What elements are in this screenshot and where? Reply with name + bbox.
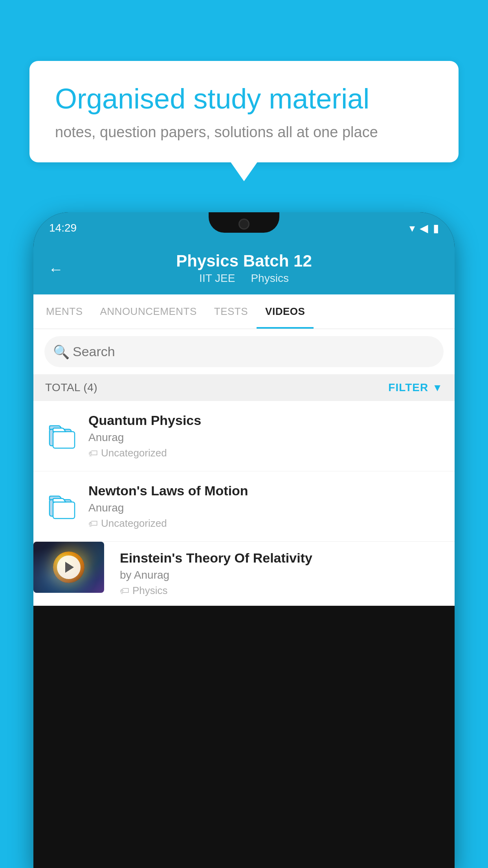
speech-bubble-title: Organised study material <box>55 83 433 115</box>
video-thumbnail <box>33 542 104 593</box>
tag-icon: 🏷 <box>88 518 98 529</box>
svg-rect-3 <box>53 502 75 519</box>
app-header: ← Physics Batch 12 IIT JEE Physics <box>33 244 455 294</box>
filter-label: FILTER <box>388 381 428 394</box>
video-tag: 🏷 Uncategorized <box>88 447 444 459</box>
speech-bubble-section: Organised study material notes, question… <box>29 61 459 162</box>
tag-label: Physics <box>132 585 168 597</box>
tabs-bar: MENTS ANNOUNCEMENTS TESTS VIDEOS <box>33 294 455 329</box>
status-bar: 14:29 ▾ ◀ ▮ <box>33 212 455 244</box>
video-info: Einstein's Theory Of Relativity by Anura… <box>113 542 444 605</box>
phone-notch <box>209 212 279 233</box>
total-label: TOTAL (4) <box>45 381 97 394</box>
signal-icon: ◀ <box>420 222 428 235</box>
tab-ments[interactable]: MENTS <box>37 294 92 329</box>
play-triangle-icon <box>65 562 74 573</box>
tab-videos[interactable]: VIDEOS <box>257 294 314 329</box>
video-title: Einstein's Theory Of Relativity <box>120 550 437 566</box>
tag-label: Uncategorized <box>101 517 167 530</box>
back-button[interactable]: ← <box>48 261 63 278</box>
search-input[interactable] <box>44 336 444 367</box>
list-item[interactable]: Newton's Laws of Motion Anurag 🏷 Uncateg… <box>33 471 455 542</box>
tag-label: Uncategorized <box>101 447 167 459</box>
thumbnail-bg <box>33 542 104 593</box>
play-button-overlay[interactable] <box>57 555 81 579</box>
folder-icon <box>44 418 80 454</box>
video-author: Anurag <box>88 502 444 514</box>
video-info: Quantum Physics Anurag 🏷 Uncategorized <box>88 413 444 459</box>
video-title: Quantum Physics <box>88 413 444 428</box>
subtitle-physics: Physics <box>251 272 288 285</box>
tag-icon: 🏷 <box>120 585 129 596</box>
video-list: Quantum Physics Anurag 🏷 Uncategorized <box>33 401 455 606</box>
search-icon: 🔍 <box>53 344 70 360</box>
svg-rect-1 <box>53 432 75 448</box>
list-item[interactable]: Quantum Physics Anurag 🏷 Uncategorized <box>33 401 455 471</box>
filter-button[interactable]: FILTER ▼ <box>388 381 443 394</box>
speech-bubble-card: Organised study material notes, question… <box>29 61 459 162</box>
search-wrapper: 🔍 <box>44 336 444 367</box>
video-info: Newton's Laws of Motion Anurag 🏷 Uncateg… <box>88 483 444 530</box>
app-header-subtitle: IIT JEE Physics <box>49 272 439 285</box>
list-item[interactable]: Einstein's Theory Of Relativity by Anura… <box>33 542 455 606</box>
video-title: Newton's Laws of Motion <box>88 483 444 498</box>
subtitle-iitjee: IIT JEE <box>199 272 235 285</box>
wifi-icon: ▾ <box>409 222 415 235</box>
status-time: 14:29 <box>49 222 77 234</box>
filter-row: TOTAL (4) FILTER ▼ <box>33 374 455 401</box>
phone-frame: 14:29 ▾ ◀ ▮ ← Physics Batch 12 IIT JEE P… <box>33 212 455 868</box>
app-header-title: Physics Batch 12 <box>49 252 439 270</box>
filter-funnel-icon: ▼ <box>432 382 443 394</box>
video-tag: 🏷 Physics <box>120 585 437 597</box>
video-author: by Anurag <box>120 569 437 581</box>
tab-announcements[interactable]: ANNOUNCEMENTS <box>92 294 205 329</box>
tag-icon: 🏷 <box>88 448 98 459</box>
folder-icon <box>44 489 80 524</box>
video-author: Anurag <box>88 431 444 444</box>
camera-dot <box>238 219 250 230</box>
speech-bubble-subtitle: notes, question papers, solutions all at… <box>55 124 433 141</box>
video-tag: 🏷 Uncategorized <box>88 517 444 530</box>
status-icons: ▾ ◀ ▮ <box>409 222 439 235</box>
tab-tests[interactable]: TESTS <box>205 294 257 329</box>
search-container: 🔍 <box>33 329 455 374</box>
battery-icon: ▮ <box>433 222 439 235</box>
